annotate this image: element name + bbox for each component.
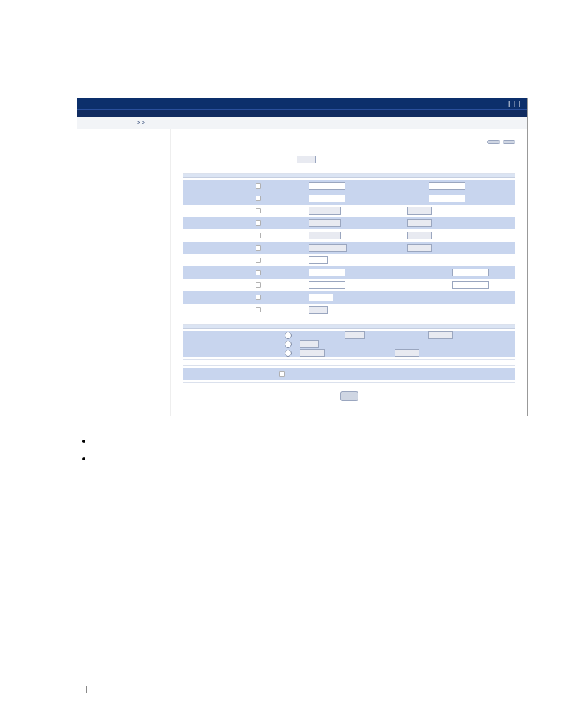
dst-mac-input[interactable] (309, 281, 345, 289)
nav-tree (77, 129, 171, 416)
src-mac-checkbox[interactable] (256, 270, 261, 275)
list-item (92, 452, 527, 466)
breadcrumb: > > (133, 120, 145, 126)
protocol-id-input[interactable] (407, 232, 432, 239)
dscp-value-input[interactable] (428, 331, 453, 339)
src-l4-checkbox[interactable] (256, 208, 261, 213)
ethertype-select[interactable] (309, 244, 347, 252)
src-ip-checkbox[interactable] (256, 183, 261, 189)
precedence-input[interactable] (300, 340, 319, 348)
tos-mask-input[interactable] (395, 349, 419, 357)
tos-input[interactable] (300, 349, 325, 357)
vlan-checkbox[interactable] (256, 295, 261, 300)
vlan-input[interactable] (309, 294, 333, 301)
apply-row (183, 388, 515, 404)
topbar-links: | | | (506, 101, 523, 107)
match-every-section (183, 365, 515, 383)
service-type-header (183, 325, 515, 329)
screenshot-figure: | | | > > (77, 98, 528, 416)
print-button[interactable] (487, 140, 500, 144)
src-l4-select[interactable] (309, 207, 341, 215)
tos-radio[interactable] (285, 350, 292, 357)
field-list (92, 434, 527, 466)
dst-ip-mask-input[interactable] (429, 195, 465, 202)
ref-class-select[interactable] (309, 306, 328, 314)
footer-divider (86, 686, 87, 693)
ethertype-value-input[interactable] (407, 244, 432, 252)
match-attributes-header (183, 174, 515, 178)
service-type-section (183, 324, 515, 360)
match-attributes-section (183, 173, 515, 318)
match-every-checkbox[interactable] (279, 371, 285, 377)
class-section (183, 153, 515, 167)
dst-l4-port-input[interactable] (407, 219, 432, 227)
ethertype-checkbox[interactable] (256, 245, 261, 251)
src-l4-port-input[interactable] (407, 207, 432, 215)
apply-changes-button[interactable] (340, 391, 358, 401)
content-pane (171, 129, 527, 416)
brand-bar (77, 109, 527, 117)
cos-checkbox[interactable] (256, 258, 261, 263)
dst-l4-checkbox[interactable] (256, 220, 261, 226)
list-item (92, 434, 527, 448)
breadcrumb-bar: > > (77, 117, 527, 129)
dst-mac-mask-input[interactable] (452, 281, 489, 289)
dst-mac-checkbox[interactable] (256, 282, 261, 288)
protocol-checkbox[interactable] (256, 233, 261, 238)
refresh-button[interactable] (503, 140, 515, 144)
src-mac-mask-input[interactable] (452, 269, 489, 276)
cos-input[interactable] (309, 256, 328, 264)
dst-ip-checkbox[interactable] (256, 196, 261, 201)
precedence-radio[interactable] (285, 341, 292, 348)
class-name-select[interactable] (297, 156, 316, 163)
dst-ip-input[interactable] (309, 195, 345, 202)
src-ip-input[interactable] (309, 182, 345, 190)
dscp-select[interactable] (345, 331, 365, 339)
dscp-radio[interactable] (285, 332, 292, 339)
ref-class-checkbox[interactable] (256, 307, 261, 312)
app-topbar: | | | (77, 98, 527, 109)
page-footer (77, 684, 94, 693)
src-mac-input[interactable] (309, 269, 345, 276)
src-ip-mask-input[interactable] (429, 182, 465, 190)
protocol-select[interactable] (309, 232, 341, 239)
dst-l4-select[interactable] (309, 219, 341, 227)
